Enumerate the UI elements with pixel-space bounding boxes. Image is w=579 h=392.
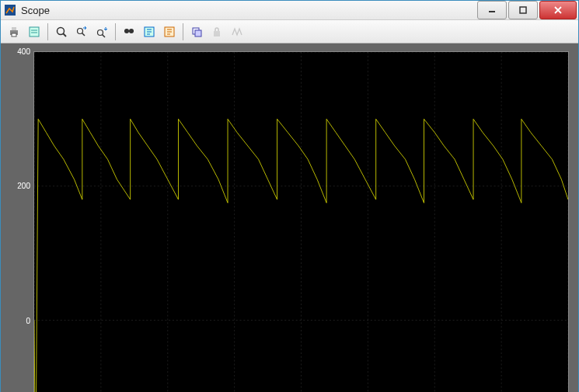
svg-rect-2 <box>520 7 526 13</box>
svg-point-13 <box>98 29 103 35</box>
svg-line-14 <box>103 34 106 37</box>
restore-config-button[interactable] <box>160 23 179 41</box>
scope-window: Scope -400-2000200400 020 <box>0 0 579 392</box>
svg-line-10 <box>63 33 66 36</box>
window-title: Scope <box>21 5 50 16</box>
ytick: 400 <box>17 47 30 56</box>
svg-line-12 <box>82 33 85 36</box>
lock-button[interactable] <box>208 23 226 41</box>
chart-1: -400-2000200400 <box>10 51 569 392</box>
svg-point-11 <box>78 28 83 33</box>
titlebar: Scope <box>1 1 578 20</box>
svg-rect-17 <box>124 30 134 32</box>
zoom-x-button[interactable] <box>72 23 91 41</box>
save-config-button[interactable] <box>140 23 159 41</box>
app-icon <box>4 4 16 16</box>
chart-1-canvas[interactable] <box>33 51 569 392</box>
window-buttons <box>477 1 578 19</box>
zoom-button[interactable] <box>52 23 71 41</box>
autoscale-button[interactable] <box>120 23 138 41</box>
maximize-button[interactable] <box>508 1 538 19</box>
svg-rect-21 <box>195 30 201 36</box>
svg-rect-6 <box>30 27 39 36</box>
ytick: 200 <box>17 182 30 190</box>
float-button[interactable] <box>187 23 206 41</box>
toolbar <box>1 20 578 43</box>
svg-rect-5 <box>12 33 16 36</box>
ytick: 0 <box>26 316 30 324</box>
print-button[interactable] <box>5 23 23 41</box>
close-button[interactable] <box>539 1 577 19</box>
zoom-y-button[interactable] <box>92 23 111 41</box>
parameters-button[interactable] <box>25 23 44 41</box>
minimize-button[interactable] <box>477 1 507 19</box>
signal-button[interactable] <box>228 23 246 41</box>
svg-rect-4 <box>12 27 16 30</box>
svg-rect-22 <box>214 31 220 36</box>
chart-1-yaxis: -400-2000200400 <box>10 51 33 392</box>
plot-area: -400-2000200400 0200400600800 00.0050.01… <box>1 43 578 392</box>
